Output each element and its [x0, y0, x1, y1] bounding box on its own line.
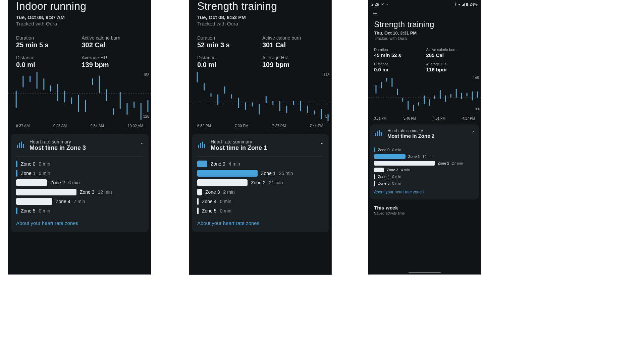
bars-icon: [374, 129, 383, 138]
svg-rect-24: [23, 144, 24, 148]
zone-bar: [374, 168, 384, 172]
activity-datetime: Tue, Oct 08, 6:52 PM: [197, 14, 323, 20]
chart-xtick-3: 7:44 PM: [310, 124, 323, 128]
zone-bar: [374, 181, 375, 186]
activity-screen-2: 2:28 ✓ ◦ ᛒ ▾ ◢ ▮ 24% ← Strength training…: [368, 0, 481, 275]
zone-time: 7 min: [74, 199, 85, 204]
zone-time: 4 min: [229, 161, 240, 167]
hr-chart[interactable]: 143 87 6:52 PM7:09 PM7:27 PM7:44 PM: [189, 71, 331, 128]
wifi-icon: ▾: [458, 2, 460, 7]
zone-row-0: Zone 0 4 min: [197, 161, 323, 167]
stat-calories: Active calorie burn302 Cal: [82, 35, 144, 49]
zone-bar: [16, 198, 52, 205]
hr-summary-card: Heart rate summary Most time in Zone 3 ˄…: [11, 134, 149, 232]
zone-row-5: Zone 5 0 min: [374, 181, 475, 186]
zone-row-1: Zone 1 25 min: [197, 170, 323, 177]
hr-summary-header[interactable]: Heart rate summary Most time in Zone 1 ˄: [197, 139, 323, 157]
activity-datetime: Tue, Oct 08, 9:37 AM: [16, 14, 143, 20]
zone-label: Zone 2: [251, 180, 266, 185]
zone-row-5: Zone 5 0 min: [16, 207, 143, 214]
zone-time: 25 min: [279, 171, 293, 176]
zone-row-1: Zone 1 0 min: [16, 170, 143, 177]
hr-summary-card: Heart rate summary Most time in Zone 1 ˄…: [192, 134, 329, 232]
zone-label: Zone 3: [205, 189, 220, 195]
chevron-up-icon: ˄: [472, 130, 475, 137]
zone-bar: [16, 161, 17, 167]
hr-summary-title: Heart rate summary: [30, 139, 86, 144]
zone-bar: [197, 207, 199, 214]
chart-xtick-3: 10:02 AM: [127, 124, 143, 128]
zone-time: 21 min: [269, 180, 283, 185]
zone-time: 0 min: [39, 161, 50, 167]
zone-row-3: Zone 3 12 min: [16, 189, 143, 195]
chart-xtick-2: 9:54 AM: [91, 124, 104, 128]
zone-label: Zone 1: [21, 171, 36, 176]
about-hr-zones-link[interactable]: About your heart rate zones: [197, 220, 259, 226]
hr-summary-subtitle: Most time in Zone 3: [30, 144, 86, 152]
hr-summary-header[interactable]: Heart rate summary Most time in Zone 3 ˄: [16, 139, 143, 157]
zone-bar: [16, 207, 17, 214]
back-button[interactable]: ←: [372, 9, 379, 17]
zone-bar: [197, 179, 248, 186]
activity-datetime: Thu, Oct 10, 3:31 PM: [374, 31, 475, 36]
zone-bar: [197, 189, 202, 195]
activity-title: Strength training: [197, 0, 323, 12]
zone-label: Zone 2: [50, 180, 65, 185]
this-week-title: This week: [374, 205, 475, 210]
hr-chart[interactable]: 153 120 9:37 AM9:45 AM9:54 AM10:02 AM: [8, 71, 151, 128]
zone-time: 12 min: [98, 189, 112, 195]
svg-rect-74: [381, 132, 382, 136]
chart-ymax: 145: [473, 76, 479, 80]
chart-ymax: 153: [143, 73, 149, 77]
chart-xtick-3: 4:17 PM: [463, 117, 475, 120]
zone-time: 6 min: [68, 180, 80, 185]
zone-row-4: Zone 4 0 min: [374, 174, 475, 179]
this-week-subtitle: Saved activity time: [374, 211, 475, 215]
chart-xtick-0: 9:37 AM: [16, 124, 30, 128]
about-hr-zones-link[interactable]: About your heart rate zones: [16, 220, 78, 226]
zone-row-3: Zone 3 2 min: [197, 189, 323, 195]
zone-bar: [197, 161, 207, 167]
hr-summary-header[interactable]: Heart rate summary Most time in Zone 2 ˄: [374, 128, 475, 143]
stat-duration: Duration52 min 3 s: [197, 35, 258, 49]
zone-time: 14 min: [422, 155, 433, 159]
signal-icon: ◢: [462, 2, 465, 7]
zone-bar: [374, 147, 375, 152]
zone-bar: [374, 154, 406, 159]
svg-rect-73: [379, 130, 380, 136]
zone-row-4: Zone 4 7 min: [16, 198, 143, 205]
bluetooth-icon: ᛒ: [454, 2, 457, 7]
zone-row-3: Zone 3 4 min: [374, 168, 475, 172]
stat-avg-hr: Average HR139 bpm: [82, 55, 144, 69]
zone-label: Zone 5: [378, 181, 389, 185]
hr-summary-title: Heart rate summary: [211, 139, 267, 144]
zone-time: 0 min: [392, 148, 401, 152]
zone-label: Zone 5: [21, 208, 36, 214]
zone-row-2: Zone 2 21 min: [197, 179, 323, 186]
zone-time: 0 min: [39, 208, 50, 214]
about-hr-zones-link[interactable]: About your heart rate zones: [374, 190, 424, 194]
zone-label: Zone 0: [211, 161, 225, 167]
stat-duration: Duration45 min 52 s: [374, 48, 423, 58]
hr-chart[interactable]: 145 93 3:31 PM3:46 PM4:01 PM4:17 PM: [368, 74, 481, 120]
zone-label: Zone 1: [261, 171, 276, 176]
zone-label: Zone 3: [387, 168, 398, 172]
zone-row-0: Zone 0 0 min: [16, 161, 143, 167]
activity-title: Indoor running: [16, 0, 143, 12]
zone-time: 2 min: [223, 189, 235, 195]
zone-label: Zone 0: [378, 148, 389, 152]
activity-screen-0: Indoor running Tue, Oct 08, 9:37 AM Trac…: [8, 0, 151, 275]
battery-pct: 24%: [470, 2, 478, 7]
gesture-bar: [409, 272, 441, 273]
zone-time: 27 min: [452, 161, 463, 165]
zone-label: Zone 5: [202, 208, 217, 214]
hr-summary-card: Heart rate summary Most time in Zone 2 ˄…: [370, 124, 479, 199]
svg-rect-22: [19, 143, 20, 148]
status-time: 2:28: [371, 2, 379, 7]
zone-row-2: Zone 2 27 min: [374, 161, 475, 166]
zone-bar: [374, 161, 435, 166]
zone-bar: [16, 170, 17, 177]
chart-xtick-1: 9:45 AM: [53, 124, 67, 128]
stat-duration: Duration25 min 5 s: [16, 35, 78, 49]
svg-rect-23: [21, 141, 22, 148]
